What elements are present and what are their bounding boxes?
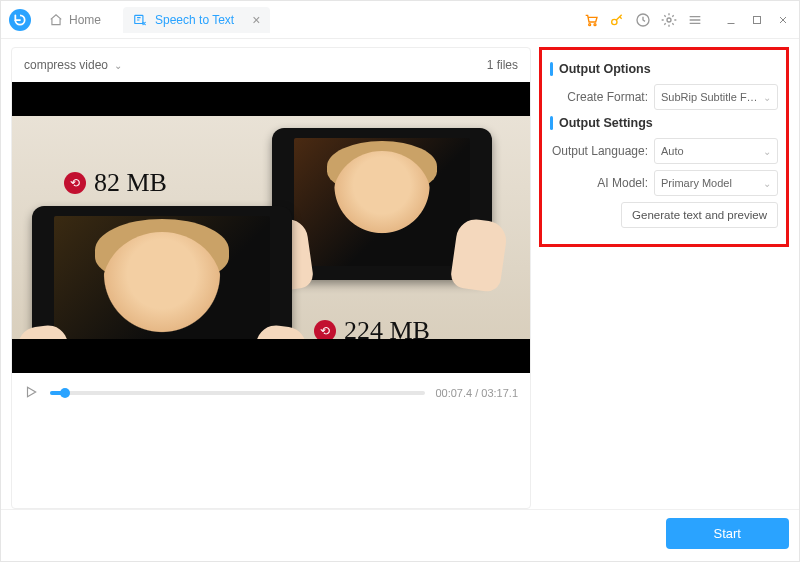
close-window-icon[interactable] (775, 12, 791, 28)
gear-icon[interactable] (661, 12, 677, 28)
chevron-down-icon: ⌄ (763, 178, 771, 189)
chevron-down-icon: ⌄ (114, 60, 122, 71)
close-icon[interactable]: × (252, 13, 260, 27)
tab-speech-to-text[interactable]: Speech to Text × (123, 7, 270, 33)
key-icon[interactable] (609, 12, 625, 28)
svg-point-5 (667, 18, 671, 22)
file-dropdown-label: compress video (24, 58, 108, 72)
tablet-big (32, 206, 292, 373)
home-label: Home (69, 13, 101, 27)
tablet-small (272, 128, 492, 280)
speech-to-text-icon (133, 13, 147, 27)
chevron-down-icon: ⌄ (763, 146, 771, 157)
tab-label: Speech to Text (155, 13, 234, 27)
preview-pane: compress video ⌄ 1 files ⟲ (11, 47, 531, 509)
highlighted-settings: Output Options Create Format: SubRip Sub… (539, 47, 789, 247)
output-language-label: Output Language: (550, 144, 648, 158)
seek-bar[interactable] (50, 391, 425, 395)
svg-point-1 (589, 23, 591, 25)
create-format-label: Create Format: (550, 90, 648, 104)
titlebar-actions (583, 12, 791, 28)
titlebar: Home Speech to Text × (1, 1, 799, 39)
output-language-select[interactable]: Auto ⌄ (654, 138, 778, 164)
files-count: 1 files (487, 58, 518, 72)
play-icon[interactable] (24, 385, 40, 401)
app-logo-icon (9, 9, 31, 31)
generate-preview-button[interactable]: Generate text and preview (621, 202, 778, 228)
history-icon[interactable] (635, 12, 651, 28)
home-button[interactable]: Home (39, 9, 111, 31)
player-controls: 00:07.4 / 03:17.1 (12, 373, 530, 415)
menu-icon[interactable] (687, 12, 703, 28)
cart-icon[interactable] (583, 12, 599, 28)
home-icon (49, 13, 63, 27)
chevron-down-icon: ⌄ (763, 92, 771, 103)
video-preview[interactable]: ⟲ 82 MB ⟲ 224 MB (12, 82, 530, 373)
minimize-icon[interactable] (723, 12, 739, 28)
maximize-icon[interactable] (749, 12, 765, 28)
output-settings-title: Output Settings (550, 116, 778, 130)
svg-point-2 (594, 23, 596, 25)
output-options-title: Output Options (550, 62, 778, 76)
svg-rect-6 (754, 16, 761, 23)
time-display: 00:07.4 / 03:17.1 (435, 387, 518, 399)
video-frame: ⟲ 82 MB ⟲ 224 MB (12, 116, 530, 339)
file-dropdown[interactable]: compress video ⌄ (24, 58, 122, 72)
svg-point-3 (612, 19, 617, 24)
svg-rect-0 (135, 15, 143, 23)
link-icon: ⟲ (314, 320, 336, 342)
footer: Start (1, 509, 799, 561)
settings-pane: Output Options Create Format: SubRip Sub… (539, 47, 789, 509)
size-label-small: ⟲ 82 MB (64, 168, 167, 198)
create-format-select[interactable]: SubRip Subtitle File(*.srt ⌄ (654, 84, 778, 110)
link-icon: ⟲ (64, 172, 86, 194)
ai-model-select[interactable]: Primary Model ⌄ (654, 170, 778, 196)
size-label-big: ⟲ 224 MB (314, 316, 430, 346)
start-button[interactable]: Start (666, 518, 789, 549)
ai-model-label: AI Model: (550, 176, 648, 190)
